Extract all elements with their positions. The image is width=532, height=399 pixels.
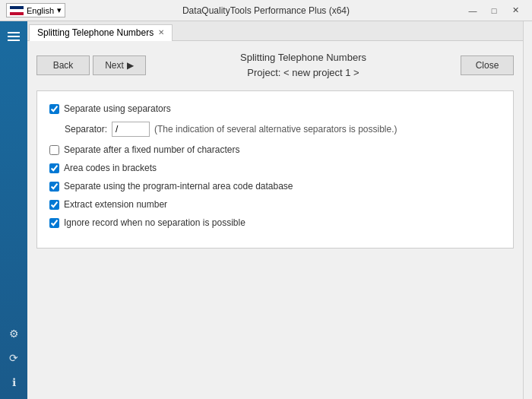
- extract-extension-row: Extract extension number: [49, 199, 501, 210]
- nav-center-subtitle: Project: < new project 1 >: [146, 65, 461, 81]
- area-codes-brackets-label[interactable]: Area codes in brackets: [64, 163, 157, 173]
- nav-left-buttons: Back Next ▶: [36, 55, 146, 75]
- main-layout: ⚙ ⟳ ℹ Splitting Telephone Numbers ✕ Back: [0, 21, 532, 399]
- hamburger-line: [8, 36, 20, 37]
- title-bar-left: English ▾: [6, 3, 65, 17]
- next-button[interactable]: Next ▶: [93, 55, 146, 75]
- minimize-button[interactable]: —: [462, 3, 483, 18]
- navigation-bar: Back Next ▶ Splitting Telephone Numbers …: [36, 50, 514, 80]
- refresh-icon[interactable]: ⟳: [5, 349, 23, 367]
- hamburger-line: [8, 40, 20, 41]
- area-codes-brackets-checkbox[interactable]: [49, 163, 59, 173]
- tab-bar: Splitting Telephone Numbers ✕: [27, 21, 523, 41]
- separate-fixed-chars-label[interactable]: Separate after a fixed number of charact…: [64, 144, 239, 155]
- splitting-telephone-tab[interactable]: Splitting Telephone Numbers ✕: [29, 24, 173, 41]
- next-label: Next: [105, 60, 124, 71]
- ignore-no-separation-row: Ignore record when no separation is poss…: [49, 217, 501, 228]
- tab-label: Splitting Telephone Numbers: [37, 27, 154, 38]
- separate-fixed-chars-checkbox[interactable]: [49, 145, 59, 155]
- separate-separators-label[interactable]: Separate using separators: [64, 103, 171, 114]
- back-button[interactable]: Back: [36, 55, 90, 75]
- window-close-button[interactable]: ✕: [505, 3, 526, 18]
- language-label: English: [27, 6, 54, 15]
- nav-center-info: Splitting Telephone Numbers Project: < n…: [146, 50, 461, 80]
- maximize-button[interactable]: □: [483, 3, 505, 18]
- page-content: Back Next ▶ Splitting Telephone Numbers …: [27, 41, 523, 399]
- sidebar-bottom: ⚙ ⟳ ℹ: [5, 325, 23, 391]
- separate-area-code-db-row: Separate using the program-internal area…: [49, 181, 501, 192]
- separator-hint: (The indication of several alternative s…: [154, 124, 397, 135]
- app-title: DataQualityTools Performance Plus (x64): [182, 5, 350, 16]
- vertical-scrollbar[interactable]: [523, 21, 532, 399]
- area-codes-brackets-row: Area codes in brackets: [49, 163, 501, 173]
- back-label: Back: [53, 60, 74, 71]
- extract-extension-label[interactable]: Extract extension number: [64, 199, 167, 210]
- ignore-no-separation-checkbox[interactable]: [49, 218, 59, 228]
- lang-dropdown-icon: ▾: [57, 5, 62, 15]
- next-arrow-icon: ▶: [127, 60, 134, 71]
- nav-right-buttons: Close: [461, 55, 514, 75]
- tab-close-icon[interactable]: ✕: [158, 29, 164, 36]
- separator-input-row: Separator: (The indication of several al…: [65, 122, 501, 137]
- content-area: Splitting Telephone Numbers ✕ Back Next …: [27, 21, 523, 399]
- separate-area-code-db-checkbox[interactable]: [49, 182, 59, 192]
- separate-area-code-db-label[interactable]: Separate using the program-internal area…: [64, 181, 293, 192]
- extract-extension-checkbox[interactable]: [49, 200, 59, 210]
- separator-input[interactable]: [112, 122, 150, 137]
- info-icon[interactable]: ℹ: [5, 373, 23, 391]
- language-selector[interactable]: English ▾: [6, 3, 65, 17]
- separate-fixed-chars-row: Separate after a fixed number of charact…: [49, 144, 501, 155]
- nav-center-title: Splitting Telephone Numbers: [146, 50, 461, 65]
- title-bar: English ▾ DataQualityTools Performance P…: [0, 0, 532, 21]
- separate-separators-row: Separate using separators: [49, 103, 501, 114]
- window-controls: — □ ✕: [462, 3, 526, 18]
- sidebar: ⚙ ⟳ ℹ: [0, 21, 27, 399]
- separator-label: Separator:: [65, 124, 107, 135]
- hamburger-line: [8, 32, 20, 33]
- ignore-no-separation-label[interactable]: Ignore record when no separation is poss…: [64, 217, 245, 228]
- options-panel: Separate using separators Separator: (Th…: [36, 90, 514, 249]
- separate-separators-checkbox[interactable]: [49, 104, 59, 114]
- flag-icon: [10, 6, 24, 15]
- sidebar-menu-button[interactable]: [3, 27, 24, 46]
- gear-icon[interactable]: ⚙: [5, 325, 23, 343]
- close-button[interactable]: Close: [461, 55, 514, 75]
